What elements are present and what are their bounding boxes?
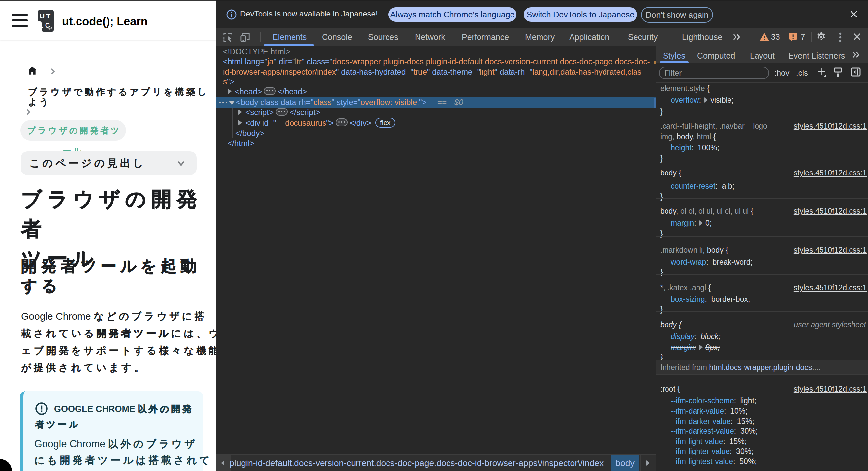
svg-text:UT: UT bbox=[39, 12, 52, 20]
svg-text:.C: .C bbox=[41, 22, 52, 29]
